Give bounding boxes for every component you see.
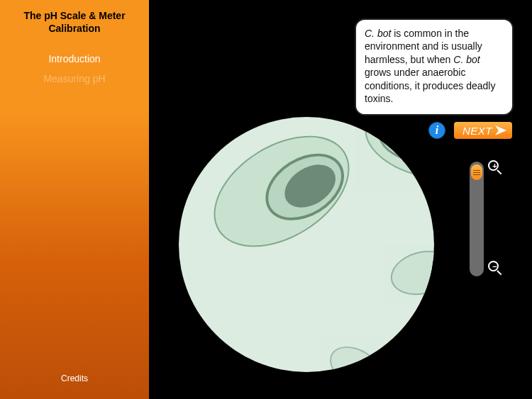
zoom-slider-track[interactable]: + − xyxy=(468,160,485,278)
info-button[interactable]: i xyxy=(428,122,445,139)
zoom-control: + − xyxy=(457,160,497,278)
next-button-label: NEXT xyxy=(462,125,492,137)
cell-illustration xyxy=(322,337,389,372)
zoom-in-button[interactable]: + xyxy=(488,160,505,177)
chevron-right-icon xyxy=(495,125,506,135)
nav-item-introduction[interactable]: Introduction xyxy=(9,53,140,64)
credits-link[interactable]: Credits xyxy=(0,373,149,383)
nav-list: Introduction Measuring pH xyxy=(9,53,140,84)
microscope-view xyxy=(179,117,434,372)
sidebar: The pH Scale & Meter Calibration Introdu… xyxy=(0,0,149,399)
narration-bubble: C. bot is common in the environment and … xyxy=(355,18,514,116)
bubble-controls: i NEXT xyxy=(355,120,514,140)
next-button[interactable]: NEXT xyxy=(453,120,514,140)
nav-item-measuring-ph[interactable]: Measuring pH xyxy=(9,73,140,84)
magnify-plus-icon: + xyxy=(488,160,504,176)
cell-illustration xyxy=(386,244,434,301)
magnify-minus-icon: − xyxy=(488,261,504,276)
cell-illustration xyxy=(194,117,370,270)
page-title: The pH Scale & Meter Calibration xyxy=(9,10,140,35)
info-icon: i xyxy=(436,124,438,137)
svg-marker-1 xyxy=(495,125,506,135)
main-stage: C. bot is common in the environment and … xyxy=(149,0,532,399)
zoom-out-button[interactable]: − xyxy=(488,261,505,278)
zoom-slider-thumb[interactable] xyxy=(471,164,482,180)
